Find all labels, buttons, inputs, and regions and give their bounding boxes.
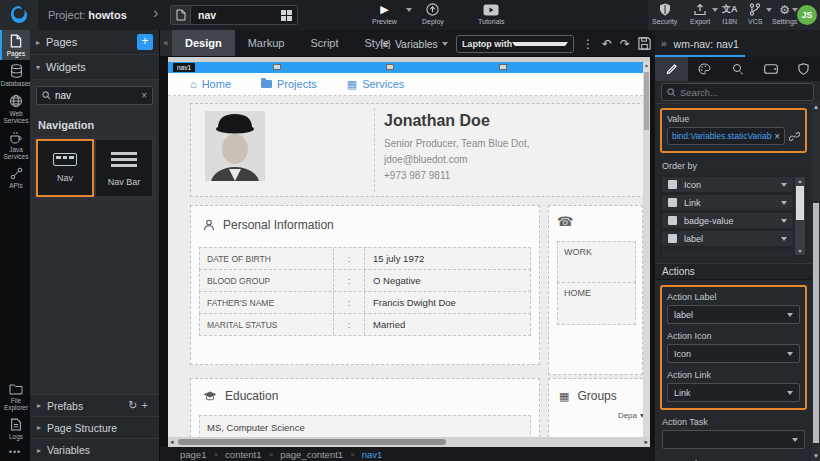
- table-row[interactable]: BLOOD GROUP : O Negative: [199, 269, 531, 292]
- resize-handle[interactable]: [273, 64, 281, 70]
- user-avatar[interactable]: JS: [797, 5, 817, 25]
- widget-tile-nav[interactable]: Nav: [37, 140, 93, 196]
- groups-dropdown[interactable]: Depa: [618, 411, 644, 420]
- order-by-item-icon[interactable]: Icon: [662, 177, 793, 192]
- tab-script[interactable]: Script: [297, 30, 351, 56]
- rail-item-pages[interactable]: Pages: [0, 30, 30, 60]
- security-button[interactable]: Security: [652, 3, 677, 25]
- variables-button[interactable]: {x} Variables: [380, 38, 448, 50]
- nav-item-home[interactable]: ⌂ Home: [190, 78, 231, 90]
- scroll-up-icon[interactable]: ▲: [795, 177, 805, 185]
- rail-item-logs[interactable]: Logs: [0, 414, 30, 443]
- refresh-icon[interactable]: ↻: [128, 399, 141, 411]
- table-row[interactable]: MARITAL STATUS : Married: [199, 313, 531, 336]
- rail-item-databases[interactable]: Databases: [0, 60, 30, 90]
- wavemaker-logo-icon[interactable]: [0, 0, 38, 30]
- checkbox[interactable]: [668, 216, 677, 225]
- resize-handle[interactable]: [386, 64, 394, 70]
- horizontal-scrollbar[interactable]: ◂ ▸: [168, 437, 650, 447]
- pages-section-header[interactable]: ▸ Pages +: [30, 30, 159, 55]
- contact-card[interactable]: ☎ WORK HOME: [548, 205, 643, 375]
- widgets-section-header[interactable]: ▾ Widgets: [30, 55, 159, 80]
- preview-button[interactable]: ▶ Preview: [372, 3, 397, 25]
- chevron-down-icon[interactable]: [781, 183, 787, 187]
- action-icon-select[interactable]: Icon: [667, 344, 800, 363]
- save-icon[interactable]: [638, 37, 651, 50]
- action-link-select[interactable]: Link: [667, 383, 800, 402]
- rail-item-web-services[interactable]: Web Services: [0, 90, 30, 127]
- breadcrumb-item-current[interactable]: nav1: [362, 449, 383, 460]
- scroll-up-icon[interactable]: ▲: [643, 62, 650, 69]
- properties-search-input[interactable]: Search...: [661, 83, 814, 101]
- scroll-up-icon[interactable]: ▲: [812, 103, 820, 112]
- design-canvas[interactable]: nav1 ⌂ Home Projects ▦ Ser: [168, 57, 650, 437]
- variables-section-header[interactable]: ▸ Variables: [30, 439, 159, 461]
- order-by-item-badge-value[interactable]: badge-value: [662, 213, 793, 228]
- chevron-down-icon[interactable]: [781, 201, 787, 205]
- nav-item-services[interactable]: ▦ Services: [347, 78, 405, 91]
- i18n-button[interactable]: 文A I18N: [722, 3, 738, 25]
- education-card[interactable]: Education MS, Computer Science: [190, 378, 540, 437]
- nav-widget-selection[interactable]: nav1: [168, 62, 643, 73]
- project-name[interactable]: Project: howtos: [48, 9, 127, 21]
- add-page-button[interactable]: +: [137, 34, 153, 50]
- rail-more-icon[interactable]: •••: [0, 443, 30, 457]
- tutorials-button[interactable]: Tutorials: [478, 3, 505, 25]
- action-label-select[interactable]: label: [667, 305, 800, 324]
- add-prefab-icon[interactable]: +: [142, 399, 152, 411]
- export-caret-icon[interactable]: [712, 8, 718, 12]
- widget-search-input[interactable]: nav ×: [36, 86, 153, 105]
- canvas-vertical-scrollbar[interactable]: ▲: [643, 62, 650, 437]
- resize-handle[interactable]: [499, 64, 507, 70]
- tab-properties[interactable]: [655, 57, 688, 81]
- scrollbar-thumb[interactable]: [644, 72, 649, 130]
- order-by-item-link[interactable]: Link: [662, 195, 793, 210]
- scroll-down-icon[interactable]: ▼: [812, 452, 820, 461]
- table-row[interactable]: HOME: [557, 282, 636, 325]
- scroll-right-icon[interactable]: ▸: [644, 438, 648, 446]
- table-row[interactable]: DATE OF BIRTH : 15 july 1972: [199, 247, 531, 270]
- tab-styles[interactable]: [688, 57, 721, 81]
- breadcrumb-item[interactable]: page_content1: [280, 449, 343, 460]
- order-by-item-label[interactable]: label: [662, 231, 793, 246]
- panel-vertical-scrollbar[interactable]: ▲ ▼: [812, 103, 820, 461]
- tab-events[interactable]: [721, 57, 754, 81]
- checkbox[interactable]: [668, 198, 677, 207]
- scrollbar-thumb[interactable]: [796, 186, 804, 220]
- table-row[interactable]: MS, Computer Science: [199, 415, 531, 437]
- scrollbar-thumb[interactable]: [178, 439, 446, 445]
- clear-search-icon[interactable]: ×: [141, 90, 147, 101]
- tab-design[interactable]: Design: [172, 30, 235, 56]
- vcs-button[interactable]: VCS: [748, 3, 762, 25]
- page-selector[interactable]: nav: [170, 5, 298, 25]
- rail-item-file-explorer[interactable]: File Explorer: [0, 379, 30, 414]
- device-selector[interactable]: Laptop with MDPI Screen: [456, 35, 574, 53]
- page-grid-icon[interactable]: [281, 10, 292, 21]
- clear-binding-icon[interactable]: ×: [774, 131, 780, 142]
- checkbox[interactable]: [668, 234, 677, 243]
- page-structure-section-header[interactable]: ▸ Page Structure: [30, 417, 159, 439]
- scrollbar-thumb[interactable]: [813, 203, 819, 443]
- redo-icon[interactable]: ↷: [620, 37, 630, 51]
- rail-item-java-services[interactable]: Java Services: [0, 127, 30, 163]
- export-button[interactable]: Export: [690, 3, 710, 25]
- collapse-right-panel-icon[interactable]: »: [661, 38, 667, 49]
- more-options-icon[interactable]: ⋮: [582, 37, 594, 51]
- breadcrumb-item[interactable]: content1: [225, 449, 261, 460]
- value-bind-input[interactable]: bind:Variables.staticVariable1.dataSet ×: [667, 127, 785, 145]
- collapse-left-panel-button[interactable]: «: [160, 30, 172, 56]
- chevron-down-icon[interactable]: [781, 237, 787, 241]
- preview-caret-icon[interactable]: [406, 8, 412, 12]
- profile-card[interactable]: Jonathan Doe Senior Producer, Team Blue …: [190, 103, 650, 197]
- settings-button[interactable]: ⚙ Settings: [772, 3, 797, 25]
- deploy-button[interactable]: Deploy: [422, 3, 444, 25]
- order-by-scrollbar[interactable]: ▲ ▼: [795, 177, 805, 255]
- tab-security[interactable]: [787, 57, 820, 81]
- rail-item-apis[interactable]: APIs: [0, 163, 30, 192]
- personal-info-card[interactable]: Personal Information DATE OF BIRTH : 15 …: [190, 205, 540, 365]
- tab-markup[interactable]: Markup: [235, 30, 298, 56]
- table-row[interactable]: FATHER'S NAME : Francis Dwight Doe: [199, 291, 531, 314]
- prefabs-section-header[interactable]: ▸ Prefabs ↻+: [30, 395, 159, 417]
- bind-link-icon[interactable]: [789, 131, 800, 142]
- scroll-left-icon[interactable]: ◂: [170, 438, 174, 446]
